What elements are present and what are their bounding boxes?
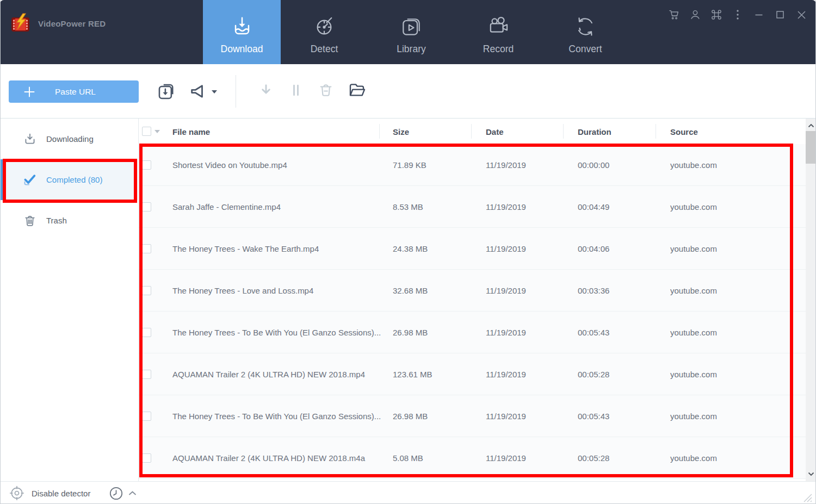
row-checkbox[interactable] — [142, 202, 151, 211]
tab-detect[interactable]: Detect — [281, 0, 368, 64]
tab-label: Record — [483, 43, 514, 55]
chevron-up-icon[interactable] — [128, 490, 137, 496]
sidebar-item-label: Completed (80) — [46, 175, 102, 184]
row-checkbox[interactable] — [142, 453, 151, 463]
more-icon[interactable] — [732, 8, 744, 22]
sidebar-item-label: Downloading — [46, 134, 94, 144]
column-divider — [563, 124, 564, 139]
toolbar-divider — [236, 75, 236, 108]
app-brand: VideoPower RED — [10, 13, 106, 34]
file-name-cell: Shortest Video on Youtube.mp4 — [172, 160, 287, 170]
cart-icon[interactable] — [668, 8, 680, 22]
sidebar-item-trash[interactable]: Trash — [0, 200, 139, 241]
duration-cell: 00:05:28 — [578, 370, 609, 379]
scheduler-clock-icon[interactable] — [109, 486, 123, 501]
resume-download-icon[interactable] — [258, 82, 274, 98]
source-cell: youtube.com — [670, 412, 717, 421]
delete-icon[interactable] — [318, 82, 334, 98]
date-cell: 11/19/2019 — [486, 160, 526, 170]
size-cell: 24.38 MB — [393, 244, 428, 253]
plus-icon — [23, 85, 36, 98]
source-cell: youtube.com — [670, 286, 717, 295]
record-camera-icon — [486, 13, 510, 40]
paste-url-button[interactable]: Paste URL — [9, 80, 139, 103]
user-icon[interactable] — [689, 8, 701, 22]
file-name-cell: The Honey Trees - Love and Loss.mp4 — [172, 286, 313, 295]
column-header-duration[interactable]: Duration — [578, 127, 611, 136]
speaker-dropdown-caret[interactable] — [212, 90, 217, 94]
sidebar-item-downloading[interactable]: Downloading — [0, 119, 139, 159]
resize-grip[interactable] — [799, 489, 813, 503]
completed-file-table: File name Size Date Duration Source Shor… — [139, 119, 806, 481]
source-cell: youtube.com — [670, 202, 717, 211]
tab-label: Download — [221, 43, 263, 55]
vertical-scrollbar[interactable] — [806, 119, 816, 481]
table-header: File name Size Date Duration Source — [139, 119, 806, 144]
row-checkbox[interactable] — [142, 160, 151, 170]
row-checkbox[interactable] — [142, 412, 151, 421]
row-checkbox[interactable] — [142, 328, 151, 337]
download-tray-icon — [230, 13, 255, 40]
command-icon[interactable] — [710, 8, 722, 22]
column-header-size[interactable]: Size — [393, 127, 409, 136]
trash-icon — [22, 214, 37, 228]
table-row[interactable]: AQUAMAN Trailer 2 (4K ULTRA HD) NEW 2018… — [139, 437, 806, 479]
table-row[interactable]: The Honey Trees - To Be With You (El Gan… — [139, 395, 806, 437]
source-cell: youtube.com — [670, 244, 717, 253]
tab-download[interactable]: Download — [203, 0, 281, 64]
date-cell: 11/19/2019 — [486, 328, 526, 337]
source-cell: youtube.com — [670, 453, 717, 463]
tab-label: Detect — [311, 43, 338, 55]
batch-download-icon[interactable] — [157, 82, 176, 101]
date-cell: 11/19/2019 — [486, 244, 526, 253]
maximize-icon[interactable] — [774, 8, 786, 22]
scroll-down-icon[interactable] — [806, 469, 816, 480]
duration-cell: 00:05:28 — [578, 453, 609, 463]
title-bar: VideoPower RED Download — [0, 0, 816, 64]
detect-timer-icon — [312, 13, 336, 40]
source-cell: youtube.com — [670, 160, 717, 170]
duration-cell: 00:04:06 — [578, 244, 609, 253]
column-divider — [656, 124, 656, 139]
size-cell: 32.68 MB — [393, 286, 428, 295]
column-header-file-name[interactable]: File name — [172, 127, 210, 136]
row-checkbox[interactable] — [142, 286, 151, 295]
open-folder-icon[interactable] — [348, 82, 366, 99]
file-name-cell: The Honey Trees - Wake The Earth.mp4 — [172, 244, 319, 253]
column-header-source[interactable]: Source — [670, 127, 698, 136]
column-divider — [471, 124, 472, 139]
source-cell: youtube.com — [670, 370, 717, 379]
select-dropdown-caret[interactable] — [154, 130, 160, 133]
detector-icon[interactable] — [9, 486, 24, 501]
status-bar: Disable detector — [0, 481, 816, 504]
download-icon — [22, 132, 37, 146]
tab-library[interactable]: Library — [368, 0, 455, 64]
scroll-up-icon[interactable] — [806, 120, 816, 131]
row-checkbox[interactable] — [142, 244, 151, 253]
table-row[interactable]: The Honey Trees - Wake The Earth.mp4 24.… — [139, 228, 806, 270]
duration-cell: 00:05:43 — [578, 412, 609, 421]
titlebar-controls — [668, 8, 807, 22]
row-checkbox[interactable] — [142, 370, 151, 379]
tab-record[interactable]: Record — [455, 0, 542, 64]
tab-convert[interactable]: Convert — [542, 0, 629, 64]
date-cell: 11/19/2019 — [486, 370, 526, 379]
column-divider — [379, 124, 380, 139]
table-row[interactable]: Shortest Video on Youtube.mp4 71.89 KB 1… — [139, 144, 806, 186]
minimize-icon[interactable] — [753, 8, 765, 22]
check-icon — [22, 172, 37, 187]
table-row[interactable]: The Honey Trees - To Be With You (El Gan… — [139, 312, 806, 353]
speaker-icon[interactable] — [188, 82, 207, 101]
table-row[interactable]: AQUAMAN Trailer 2 (4K ULTRA HD) NEW 2018… — [139, 353, 806, 395]
column-header-date[interactable]: Date — [486, 127, 504, 136]
scrollbar-thumb[interactable] — [806, 131, 816, 164]
select-all-checkbox[interactable] — [142, 127, 151, 136]
date-cell: 11/19/2019 — [486, 286, 526, 295]
table-row[interactable]: Sarah Jaffe - Clementine.mp4 8.53 MB 11/… — [139, 186, 806, 228]
sidebar-item-completed[interactable]: Completed (80) — [0, 159, 139, 200]
close-icon[interactable] — [795, 8, 807, 22]
pause-icon[interactable] — [288, 83, 304, 98]
disable-detector-label[interactable]: Disable detector — [32, 489, 90, 498]
app-window: VideoPower RED Download — [0, 0, 816, 504]
table-row[interactable]: The Honey Trees - Love and Loss.mp4 32.6… — [139, 270, 806, 312]
